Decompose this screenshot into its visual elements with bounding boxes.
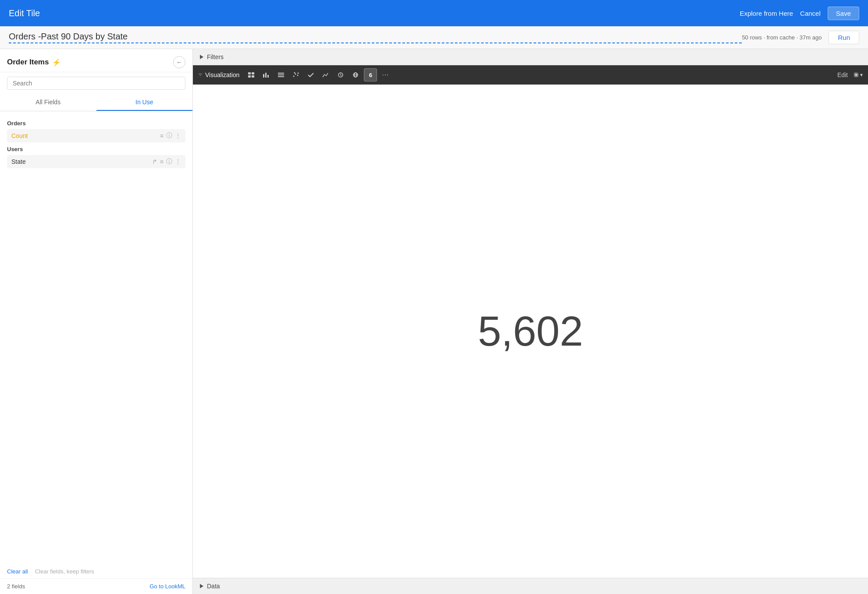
collapse-panel-button[interactable]: ← bbox=[173, 56, 185, 68]
field-name-count: Count bbox=[11, 132, 160, 139]
svg-rect-1 bbox=[252, 72, 254, 74]
viz-gear-button[interactable]: ▾ bbox=[853, 72, 863, 78]
field-item-state: State ↱ ≡ ⓘ ⋮ bbox=[7, 155, 185, 168]
data-label: Data bbox=[207, 583, 220, 590]
viz-icon-line[interactable] bbox=[319, 68, 332, 81]
data-toggle[interactable]: Data bbox=[200, 583, 220, 590]
search-input[interactable] bbox=[7, 77, 185, 90]
query-meta: 50 rows · from cache · 37m ago bbox=[742, 34, 822, 41]
svg-point-10 bbox=[293, 76, 295, 77]
svg-rect-6 bbox=[267, 75, 269, 78]
go-to-lookaml-link[interactable]: Go to LookML bbox=[149, 583, 185, 590]
main-layout: Order Items ⚡ ← All Fields In Use Orders… bbox=[0, 49, 868, 594]
svg-rect-4 bbox=[263, 74, 264, 78]
query-bar: Orders -Past 90 Days by State 50 rows · … bbox=[0, 26, 868, 49]
viz-triangle-icon bbox=[198, 73, 203, 77]
cancel-button[interactable]: Cancel bbox=[800, 10, 821, 17]
clear-fields-keep-filters-link[interactable]: Clear fields, keep filters bbox=[35, 568, 94, 575]
left-panel-header: Order Items ⚡ ← bbox=[0, 49, 192, 72]
viz-label: Visualization bbox=[198, 71, 239, 78]
filters-bar: Filters bbox=[193, 49, 868, 65]
more-icon-state[interactable]: ⋮ bbox=[175, 158, 181, 165]
viz-icon-scatter[interactable] bbox=[289, 68, 302, 81]
viz-icon-single-value[interactable]: 6 bbox=[364, 68, 377, 81]
viz-area: 5,602 bbox=[193, 85, 868, 578]
tab-in-use[interactable]: In Use bbox=[96, 94, 193, 111]
svg-rect-7 bbox=[278, 73, 284, 74]
lightning-icon: ⚡ bbox=[52, 58, 61, 67]
viz-icon-bar[interactable] bbox=[260, 68, 273, 81]
svg-rect-5 bbox=[265, 73, 267, 78]
field-group-users: Users bbox=[7, 146, 185, 152]
panel-title: Order Items ⚡ bbox=[7, 58, 173, 67]
explore-from-here-button[interactable]: Explore from Here bbox=[740, 10, 793, 17]
filters-toggle[interactable]: Filters bbox=[200, 53, 224, 60]
fields-count: 2 fields bbox=[7, 583, 25, 590]
svg-rect-0 bbox=[248, 72, 251, 74]
svg-point-14 bbox=[298, 73, 299, 74]
viz-toolbar: Visualization bbox=[193, 65, 868, 85]
top-header: Edit Tile Explore from Here Cancel Save bbox=[0, 0, 868, 26]
svg-rect-8 bbox=[278, 74, 284, 75]
viz-icon-table[interactable] bbox=[245, 68, 258, 81]
tabs-row: All Fields In Use bbox=[0, 94, 192, 111]
svg-point-13 bbox=[294, 72, 295, 74]
data-bar: Data bbox=[193, 578, 868, 594]
field-group-orders: Orders bbox=[7, 120, 185, 127]
clear-all-link[interactable]: Clear all bbox=[7, 568, 28, 575]
more-icon[interactable]: ⋮ bbox=[175, 132, 181, 139]
right-panel: Filters Visualization bbox=[193, 49, 868, 594]
run-button[interactable]: Run bbox=[829, 31, 859, 44]
clear-links: Clear all Clear fields, keep filters bbox=[0, 566, 192, 578]
viz-icon-clock[interactable] bbox=[334, 68, 347, 81]
viz-edit-button[interactable]: Edit bbox=[834, 71, 851, 78]
panel-footer: 2 fields Go to LookML bbox=[0, 578, 192, 594]
header-actions: Explore from Here Cancel Save bbox=[740, 7, 859, 20]
field-actions-count: ≡ ⓘ ⋮ bbox=[160, 132, 181, 140]
svg-point-12 bbox=[297, 75, 299, 76]
query-title: Orders -Past 90 Days by State bbox=[9, 32, 742, 43]
viz-icon-more[interactable]: ··· bbox=[379, 68, 392, 81]
viz-icon-globe[interactable] bbox=[349, 68, 362, 81]
filter-icon-state[interactable]: ≡ bbox=[160, 158, 164, 165]
tab-all-fields[interactable]: All Fields bbox=[0, 94, 96, 111]
svg-point-11 bbox=[295, 74, 296, 75]
viz-icon-list[interactable] bbox=[274, 68, 288, 81]
filters-triangle-icon bbox=[200, 55, 203, 59]
field-item-count: Count ≡ ⓘ ⋮ bbox=[7, 129, 185, 142]
svg-rect-3 bbox=[252, 75, 254, 78]
info-icon[interactable]: ⓘ bbox=[166, 132, 172, 140]
info-icon-state[interactable]: ⓘ bbox=[166, 158, 172, 166]
big-number-value: 5,602 bbox=[478, 307, 583, 355]
svg-rect-2 bbox=[248, 75, 251, 78]
left-panel: Order Items ⚡ ← All Fields In Use Orders… bbox=[0, 49, 193, 594]
svg-rect-9 bbox=[278, 76, 284, 77]
filter-icon[interactable]: ≡ bbox=[160, 132, 164, 139]
panel-title-text: Order Items bbox=[7, 58, 49, 67]
viz-icon-check[interactable] bbox=[304, 68, 317, 81]
field-name-state: State bbox=[11, 158, 152, 165]
fields-content: Orders Count ≡ ⓘ ⋮ Users State ↱ ≡ ⓘ ⋮ bbox=[0, 111, 192, 566]
filters-label: Filters bbox=[207, 53, 224, 60]
pivot-icon[interactable]: ↱ bbox=[152, 158, 157, 165]
data-triangle-icon bbox=[200, 584, 203, 588]
viz-label-text: Visualization bbox=[205, 71, 239, 78]
save-button[interactable]: Save bbox=[828, 7, 859, 20]
field-actions-state: ↱ ≡ ⓘ ⋮ bbox=[152, 158, 181, 166]
page-title: Edit Tile bbox=[9, 8, 740, 18]
